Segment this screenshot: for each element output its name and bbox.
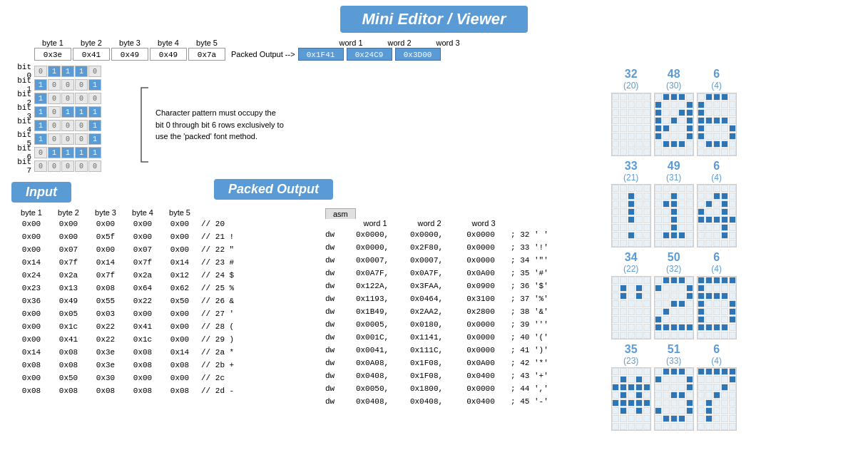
viewer-byte-label-4: byte 4 bbox=[150, 39, 187, 47]
bit-cell-r7-c3[interactable]: 0 bbox=[75, 160, 88, 172]
bit-cell-r5-c4[interactable]: 1 bbox=[88, 133, 101, 145]
px-2-0-1-0 bbox=[698, 101, 705, 108]
bit-cell-r5-c2[interactable]: 0 bbox=[61, 133, 74, 145]
px-0-2-2-2 bbox=[628, 292, 635, 300]
bit-cell-r6-c3[interactable]: 1 bbox=[75, 147, 88, 158]
bit-cell-r3-c1[interactable]: 0 bbox=[48, 106, 61, 118]
viewer-word-val-3[interactable]: 0x3D00 bbox=[395, 48, 441, 61]
viewer-byte-val-1[interactable]: 0x3e bbox=[34, 48, 71, 61]
px-1-2-1-2 bbox=[670, 285, 678, 292]
px-1-2-7-2 bbox=[670, 332, 678, 339]
asm-tab[interactable]: asm bbox=[325, 208, 356, 219]
px-1-1-2-1 bbox=[663, 200, 670, 208]
output-word-r5-c2: 0x3100 bbox=[454, 295, 508, 303]
px-0-1-5-1 bbox=[620, 224, 627, 231]
output-word-r0-c2: 0x0000 bbox=[454, 230, 508, 239]
px-2-3-2-3 bbox=[721, 384, 728, 391]
bit-cell-r3-c0[interactable]: 1 bbox=[34, 106, 47, 118]
bit-cell-r0-c3[interactable]: 1 bbox=[75, 66, 88, 77]
bit-cell-r3-c2[interactable]: 1 bbox=[61, 106, 74, 118]
viewer-byte-val-3[interactable]: 0x49 bbox=[111, 48, 148, 61]
bit-cell-r7-c4[interactable]: 0 bbox=[88, 160, 101, 172]
bit-cell-r2-c0[interactable]: 1 bbox=[34, 93, 47, 104]
viewer-byte-value-row: 0x3e 0x41 0x49 0x49 0x7a bbox=[34, 48, 225, 61]
bit-cell-r2-c3[interactable]: 0 bbox=[75, 93, 88, 104]
px-2-1-4-1 bbox=[705, 216, 713, 223]
input-cell-r0-c1: 0x00 bbox=[50, 220, 87, 228]
px-2-2-6-2 bbox=[713, 324, 720, 331]
px-2-3-0-4 bbox=[729, 368, 736, 375]
bit-cell-r1-c0[interactable]: 1 bbox=[34, 79, 47, 91]
bit-cell-r7-c0[interactable]: 0 bbox=[34, 160, 47, 172]
viewer-byte-val-4[interactable]: 0x49 bbox=[150, 48, 187, 61]
bit-cell-r6-c4[interactable]: 1 bbox=[88, 147, 101, 158]
px-2-2-1-4 bbox=[729, 285, 736, 292]
bit-cell-r7-c2[interactable]: 0 bbox=[61, 160, 74, 172]
input-cell-r6-c4: 0x50 bbox=[161, 297, 198, 305]
bit-cell-r4-c0[interactable]: 1 bbox=[34, 120, 47, 131]
px-2-3-4-0 bbox=[698, 399, 705, 407]
bit-cell-r2-c2[interactable]: 0 bbox=[61, 93, 74, 104]
px-0-1-5-2 bbox=[628, 224, 635, 231]
bit-cell-r0-c4[interactable]: 0 bbox=[88, 66, 101, 77]
bit-cell-r2-c1[interactable]: 0 bbox=[48, 93, 61, 104]
viewer-word-val-1[interactable]: 0x1F41 bbox=[298, 48, 344, 61]
bit-cell-r4-c2[interactable]: 0 bbox=[61, 120, 74, 131]
viewer-word-val-2[interactable]: 0x24C9 bbox=[347, 48, 392, 61]
bit-cell-r7-c1[interactable]: 0 bbox=[48, 160, 61, 172]
px-1-3-0-2 bbox=[670, 368, 678, 375]
char-block-1-0: 48(30) bbox=[654, 67, 694, 156]
bit-cell-r1-c2[interactable]: 0 bbox=[61, 79, 74, 91]
px-2-1-2-1 bbox=[705, 200, 713, 208]
bit-cell-r1-c4[interactable]: 1 bbox=[88, 79, 101, 91]
px-2-2-7-3 bbox=[721, 332, 728, 339]
px-2-3-1-2 bbox=[713, 376, 720, 383]
bit-cell-r6-c2[interactable]: 1 bbox=[61, 147, 74, 158]
bit-cell-r5-c0[interactable]: 1 bbox=[34, 133, 47, 145]
px-1-0-3-4 bbox=[686, 117, 693, 124]
input-cell-r1-c4: 0x00 bbox=[161, 232, 198, 241]
px-0-0-4-3 bbox=[635, 125, 643, 132]
px-1-2-3-0 bbox=[655, 300, 662, 307]
bit-cell-r4-c1[interactable]: 0 bbox=[48, 120, 61, 131]
px-2-2-5-3 bbox=[721, 316, 728, 323]
output-comment-13: ; 45 '-' bbox=[508, 397, 548, 406]
bit-cell-r1-c1[interactable]: 0 bbox=[48, 79, 61, 91]
viewer-byte-val-5[interactable]: 0x7a bbox=[188, 48, 225, 61]
px-2-3-1-0 bbox=[698, 376, 705, 383]
output-dw-6: dw bbox=[325, 307, 345, 316]
px-2-0-6-3 bbox=[721, 140, 728, 148]
output-comment-9: ; 41 ')' bbox=[508, 346, 548, 354]
px-1-2-4-0 bbox=[655, 308, 662, 315]
bit-cell-r4-c3[interactable]: 0 bbox=[75, 120, 88, 131]
bit-cell-r2-c4[interactable]: 0 bbox=[88, 93, 101, 104]
bit-cell-r6-c1[interactable]: 1 bbox=[48, 147, 61, 158]
px-0-2-3-1 bbox=[620, 300, 627, 307]
output-dw-7: dw bbox=[325, 320, 345, 329]
input-cell-r3-c0: 0x14 bbox=[13, 258, 50, 267]
px-1-2-0-0 bbox=[655, 277, 662, 284]
bit-cell-r4-c4[interactable]: 1 bbox=[88, 120, 101, 131]
bit-cell-r3-c4[interactable]: 1 bbox=[88, 106, 101, 118]
bit-cell-r0-c1[interactable]: 1 bbox=[48, 66, 61, 77]
px-2-1-3-3 bbox=[721, 208, 728, 215]
px-2-0-3-4 bbox=[729, 117, 736, 124]
bit-cell-r6-c0[interactable]: 0 bbox=[34, 147, 47, 158]
bit-cell-r3-c3[interactable]: 1 bbox=[75, 106, 88, 118]
bit-cell-r0-c0[interactable]: 0 bbox=[34, 66, 47, 77]
bit-cell-r5-c3[interactable]: 0 bbox=[75, 133, 88, 145]
input-row-11: 0x080x080x3e0x080x08// 2b + bbox=[11, 359, 318, 372]
px-0-1-6-0 bbox=[612, 232, 619, 239]
bit-cell-r1-c3[interactable]: 0 bbox=[75, 79, 88, 91]
px-1-0-6-1 bbox=[663, 140, 670, 148]
px-2-3-7-4 bbox=[729, 423, 736, 430]
output-word-r2-c1: 0x0007, bbox=[399, 256, 454, 265]
viewer-byte-val-2[interactable]: 0x41 bbox=[73, 48, 110, 61]
px-1-3-0-4 bbox=[686, 368, 693, 375]
output-word-r13-c2: 0x0400 bbox=[454, 397, 508, 406]
bit-cell-r5-c1[interactable]: 0 bbox=[48, 133, 61, 145]
px-0-2-1-1 bbox=[620, 285, 627, 292]
px-1-0-2-3 bbox=[678, 109, 685, 116]
bit-cell-r0-c2[interactable]: 1 bbox=[61, 66, 74, 77]
px-2-0-0-4 bbox=[729, 93, 736, 101]
